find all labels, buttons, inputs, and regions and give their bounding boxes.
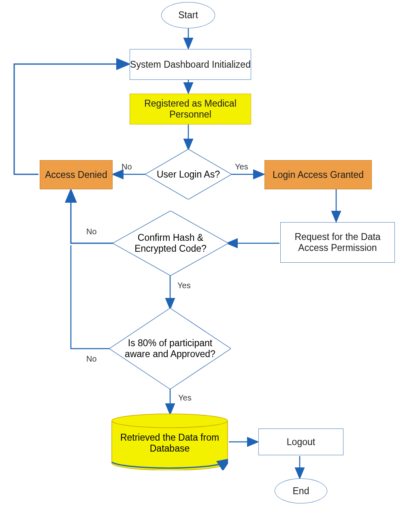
decision-hash: Confirm Hash & Encrypted Code?: [113, 211, 228, 276]
svg-point-15: [112, 414, 228, 428]
process-request-permission: Request for the Data Access Permission: [280, 222, 395, 263]
process-registered: Registered as Medical Personnel: [130, 94, 251, 124]
decision-eighty-label: Is 80% of participant aware and Approved…: [122, 338, 219, 360]
process-init: System Dashboard Initialized: [130, 49, 251, 80]
decision-eighty: Is 80% of participant aware and Approved…: [109, 308, 231, 389]
terminator-start-label: Start: [178, 10, 198, 21]
decision-login-label: User Login As?: [154, 169, 223, 180]
process-registered-label: Registered as Medical Personnel: [130, 98, 251, 120]
decision-hash-label: Confirm Hash & Encrypted Code?: [124, 232, 217, 254]
database-retrieved-label: Retrieved the Data from Database: [120, 432, 220, 454]
process-logout-label: Logout: [287, 437, 315, 448]
edge-label-login-no: No: [122, 162, 132, 171]
terminator-end-label: End: [293, 486, 309, 497]
process-access-denied: Access Denied: [40, 160, 113, 189]
edge-label-login-yes: Yes: [235, 162, 248, 171]
decision-login: User Login As?: [145, 149, 232, 199]
edge-label-eighty-yes: Yes: [178, 393, 192, 403]
process-login-granted: Login Access Granted: [264, 160, 372, 189]
terminator-end: End: [275, 478, 327, 503]
database-retrieved: Retrieved the Data from Database: [111, 413, 228, 470]
terminator-start: Start: [161, 2, 215, 28]
process-request-permission-label: Request for the Data Access Permission: [281, 231, 394, 253]
edge-label-eighty-no: No: [86, 354, 97, 364]
edge-label-hash-no: No: [86, 227, 97, 236]
process-access-denied-label: Access Denied: [45, 169, 107, 180]
process-login-granted-label: Login Access Granted: [273, 169, 364, 180]
process-init-label: System Dashboard Initialized: [130, 59, 251, 70]
edge-label-hash-yes: Yes: [177, 281, 191, 290]
process-logout: Logout: [258, 428, 343, 455]
